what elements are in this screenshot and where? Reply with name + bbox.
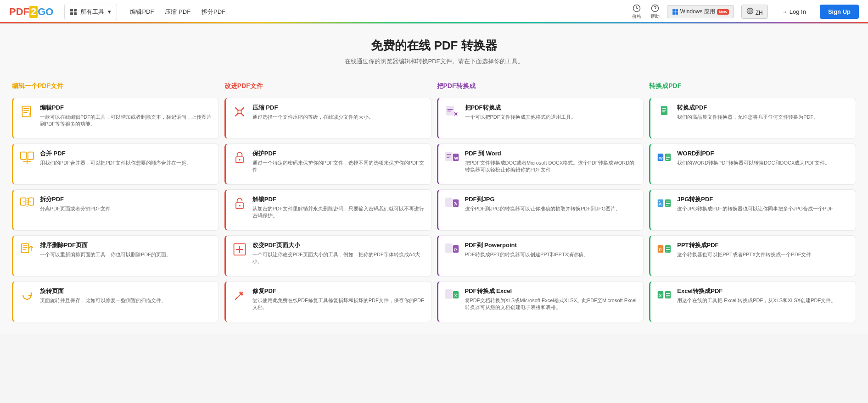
- svg-rect-4: [672, 12, 675, 14]
- svg-rect-20: [446, 106, 454, 116]
- tool-info-edit-2: 拆分PDF分离PDF页面或者分割PDF文件: [40, 195, 213, 212]
- svg-rect-42: [665, 245, 671, 253]
- logo[interactable]: PDF 2 GO: [9, 6, 53, 18]
- nav-edit-pdf[interactable]: 编辑PDF: [124, 4, 159, 20]
- column-header-convert-to: 转换成PDF: [649, 82, 856, 92]
- grid-icon: [70, 9, 77, 15]
- tool-info-convert-to-0: 转换成PDF我们的高品质文件转换器，允许您将几乎任何文件转换为PDF。: [677, 104, 850, 121]
- login-button[interactable]: →Log In: [775, 6, 812, 18]
- column-header-convert-from: 把PDF转换成: [437, 82, 644, 92]
- help-icon: [651, 4, 659, 12]
- svg-rect-21: [445, 152, 452, 161]
- tool-card-convert-from-1[interactable]: WPDF 到 Word把PDF文件转换成DOC或者Microsoft DOCX格…: [437, 144, 644, 185]
- help-button[interactable]: 帮助: [650, 4, 660, 20]
- nav-split-pdf[interactable]: 拆分PDF: [196, 4, 231, 20]
- tool-card-convert-from-3[interactable]: PPDF到 PowerpointPDF转换成PPT的转换器可以创建PPT和PPT…: [437, 235, 644, 276]
- tool-card-convert-from-0[interactable]: 把PDF转换成一个可以把PDF文件转换成其他格式的通用工具。: [437, 98, 644, 139]
- tool-icon-protect: [231, 149, 248, 166]
- nav-right: 价格 帮助 Windows 应用 New ZH →Log In: [632, 4, 859, 20]
- tool-icon-to-pdf: [656, 104, 672, 120]
- column-convert-to: 转换成PDF转换成PDF我们的高品质文件转换器，允许您将几乎任何文件转换为PDF…: [646, 82, 859, 327]
- tool-title-improve-2: 解锁PDF: [252, 195, 426, 204]
- tool-info-convert-from-0: 把PDF转换成一个可以把PDF文件转换成其他格式的通用工具。: [465, 104, 638, 121]
- svg-point-26: [454, 202, 455, 203]
- tool-icon-split: [19, 195, 35, 212]
- svg-rect-9: [21, 152, 26, 160]
- svg-rect-8: [22, 106, 30, 117]
- tool-info-edit-0: 编辑PDF一款可以在线编辑PDF的工具，可以增加或者删除文本，标记语句，上传图片…: [40, 104, 213, 128]
- svg-point-38: [659, 201, 660, 202]
- tool-info-convert-to-2: JPG转换PDF这个JPG转换成PDF的转换器也可以让你同事把多个JPG合成一个…: [677, 195, 850, 212]
- tool-title-convert-from-0: 把PDF转换成: [465, 104, 638, 112]
- signup-button[interactable]: Sign Up: [820, 5, 859, 19]
- svg-rect-2: [672, 9, 675, 11]
- tool-card-improve-4[interactable]: 修复PDF尝试使用此免费在线PDF修复工具修复损坏和损坏的PDF文件，保存你的P…: [224, 281, 431, 322]
- tool-desc-improve-0: 通过选择一个文件压缩的等级，在线减少文件的大小。: [252, 114, 426, 121]
- tool-desc-improve-2: 从加密的PDF文件里解锁并永久删除密码，只要输入密码我们就可以不再进行密码保护。: [252, 205, 426, 220]
- tool-info-improve-1: 保护PDF通过一个特定的密码来保护你的PDF文件，选择不同的选项来保护你的PDF…: [252, 149, 426, 174]
- tool-title-edit-0: 编辑PDF: [40, 104, 213, 112]
- hero-section: 免费的在线 PDF 转换器 在线通过你的浏览器编辑和转换PDF文件。请在下面选择…: [0, 24, 868, 75]
- svg-rect-39: [665, 199, 671, 207]
- logo-go: GO: [38, 6, 53, 18]
- tool-icon-merge: [19, 149, 35, 166]
- tool-card-edit-4[interactable]: 旋转页面页面旋转并且保存，比如可以修复一些倒置的扫描文件。: [12, 281, 219, 322]
- windows-icon: [672, 9, 678, 15]
- tool-card-convert-to-0[interactable]: 转换成PDF我们的高品质文件转换器，允许您将几乎任何文件转换为PDF。: [649, 98, 856, 139]
- nav-compress-pdf[interactable]: 压缩 PDF: [159, 4, 196, 20]
- tool-title-edit-2: 拆分PDF: [40, 195, 213, 204]
- columns-wrapper: 编辑一个PDF文件编辑PDF一款可以在线编辑PDF的工具，可以增加或者删除文本，…: [9, 82, 859, 327]
- tool-icon-sort: [19, 241, 35, 258]
- tool-title-improve-1: 保护PDF: [252, 149, 426, 158]
- tool-desc-convert-to-0: 我们的高品质文件转换器，允许您将几乎任何文件转换为PDF。: [677, 114, 850, 121]
- svg-text:X: X: [454, 293, 457, 298]
- tool-card-convert-from-4[interactable]: XPDF转换成 Excel将PDF文档转换为XLS或Microsoft Exce…: [437, 281, 644, 322]
- tool-card-improve-1[interactable]: 保护PDF通过一个特定的密码来保护你的PDF文件，选择不同的选项来保护你的PDF…: [224, 144, 431, 185]
- tool-card-improve-3[interactable]: 改变PDF页面大小一个可以让你改变PDF页面大小的工具，例如：把你的PDF字体转…: [224, 235, 431, 276]
- tool-icon-excel-pdf: X: [656, 287, 672, 304]
- tool-card-convert-to-3[interactable]: PPPT转换成PDF这个转换器也可以把PPT或者PPTX文件转换成一个PDF文件: [649, 235, 856, 276]
- chevron-down-icon: ▾: [108, 8, 111, 15]
- tool-card-edit-2[interactable]: 拆分PDF分离PDF页面或者分割PDF文件: [12, 189, 219, 231]
- tool-title-improve-0: 压缩 PDF: [252, 104, 426, 112]
- tool-title-convert-from-4: PDF转换成 Excel: [465, 287, 638, 295]
- column-edit: 编辑一个PDF文件编辑PDF一款可以在线编辑PDF的工具，可以增加或者删除文本，…: [9, 82, 222, 327]
- language-button[interactable]: ZH: [741, 5, 767, 19]
- svg-rect-10: [28, 152, 34, 160]
- tool-desc-convert-to-4: 用这个在线的工具把 Excel 转换成PDF，从XLS和XLSX创建PDF文件。: [677, 297, 850, 304]
- tool-desc-convert-to-2: 这个JPG转换成PDF的转换器也可以让你同事把多个JPG合成一个PDF: [677, 205, 850, 212]
- tool-card-edit-0[interactable]: 编辑PDF一款可以在线编辑PDF的工具，可以增加或者删除文本，标记语句，上传图片…: [12, 98, 219, 139]
- tool-info-convert-from-4: PDF转换成 Excel将PDF文档转换为XLS或Microsoft Excel…: [465, 287, 638, 311]
- tool-card-improve-2[interactable]: 解锁PDF从加密的PDF文件里解锁并永久删除密码，只要输入密码我们就可以不再进行…: [224, 189, 431, 231]
- help-label: 帮助: [650, 13, 660, 20]
- tool-desc-convert-from-1: 把PDF文件转换成DOC或者Microsoft DOCX格式。这个PDF转换成W…: [465, 160, 638, 174]
- tool-info-convert-from-2: PDF到JPG这个PDF到JPG的转换器可以让你准确的抽取并转换PDF到JPG图…: [465, 195, 638, 212]
- tool-desc-convert-to-1: 我们的WORD转换PDF转换器可以转换DOC和DOCX成为PDF文件。: [677, 160, 850, 166]
- column-convert-from: 把PDF转换成把PDF转换成一个可以把PDF文件转换成其他格式的通用工具。WPD…: [434, 82, 647, 327]
- navbar: PDF 2 GO 所有工具 ▾ 编辑PDF 压缩 PDF 拆分PDF 价格: [0, 0, 868, 24]
- tool-info-convert-to-4: Excel转换成PDF用这个在线的工具把 Excel 转换成PDF，从XLS和X…: [677, 287, 850, 304]
- tool-icon-word-pdf: W: [656, 149, 672, 166]
- tool-card-edit-1[interactable]: 合并 PDF用我们的PDF合并器，可以把PDF文件以你想要的顺序合并在一起。: [12, 144, 219, 185]
- tool-card-edit-3[interactable]: 排序删除PDF页面一个可以重新编排页面的工具，你也可以删除PDF的页面。: [12, 235, 219, 276]
- tool-desc-edit-0: 一款可以在线编辑PDF的工具，可以增加或者删除文本，标记语句，上传图片到PDF等…: [40, 114, 213, 128]
- windows-app-button[interactable]: Windows 应用 New: [667, 5, 734, 18]
- tool-title-edit-4: 旋转页面: [40, 287, 213, 295]
- tool-title-edit-3: 排序删除PDF页面: [40, 241, 213, 249]
- all-tools-menu[interactable]: 所有工具 ▾: [64, 4, 117, 20]
- tool-title-convert-from-1: PDF 到 Word: [465, 149, 638, 158]
- tool-card-improve-0[interactable]: 压缩 PDF通过选择一个文件压缩的等级，在线减少文件的大小。: [224, 98, 431, 139]
- tool-card-convert-from-2[interactable]: PDF到JPG这个PDF到JPG的转换器可以让你准确的抽取并转换PDF到JPG图…: [437, 189, 644, 231]
- tool-card-convert-to-1[interactable]: WWORD到PDF我们的WORD转换PDF转换器可以转换DOC和DOCX成为PD…: [649, 144, 856, 185]
- windows-app-label: Windows 应用: [680, 8, 715, 16]
- tool-card-convert-to-2[interactable]: JPG转换PDF这个JPG转换成PDF的转换器也可以让你同事把多个JPG合成一个…: [649, 189, 856, 231]
- price-label: 价格: [632, 13, 641, 20]
- tool-info-improve-0: 压缩 PDF通过选择一个文件压缩的等级，在线减少文件的大小。: [252, 104, 426, 121]
- tool-info-edit-3: 排序删除PDF页面一个可以重新编排页面的工具，你也可以删除PDF的页面。: [40, 241, 213, 258]
- tool-card-convert-to-4[interactable]: XExcel转换成PDF用这个在线的工具把 Excel 转换成PDF，从XLS和…: [649, 281, 856, 322]
- svg-rect-12: [28, 198, 34, 205]
- tool-desc-convert-to-3: 这个转换器也可以把PPT或者PPTX文件转换成一个PDF文件: [677, 251, 850, 258]
- price-button[interactable]: 价格: [632, 4, 641, 20]
- svg-rect-11: [21, 198, 26, 205]
- tool-icon-pdf-word: W: [444, 149, 460, 166]
